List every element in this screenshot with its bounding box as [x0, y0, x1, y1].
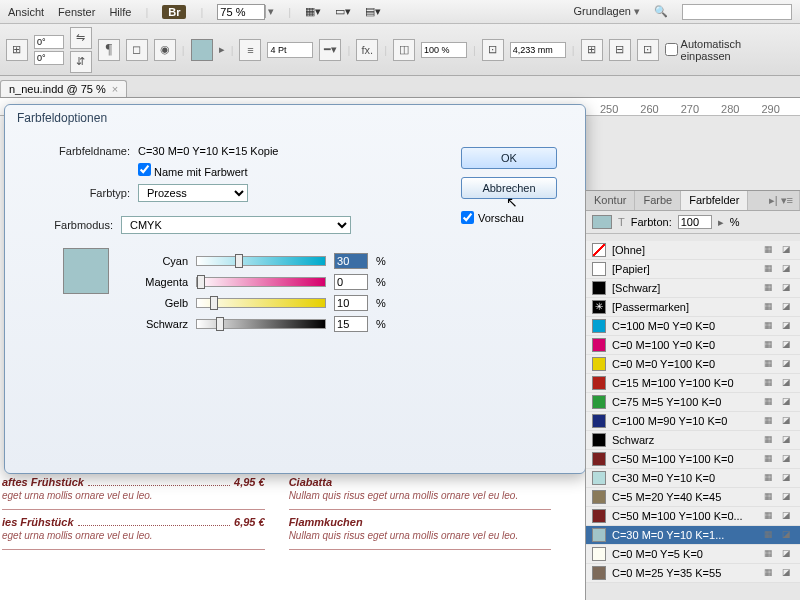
swatch-color — [592, 547, 606, 561]
view-options-icon[interactable]: ▦▾ — [305, 5, 321, 18]
frame-fit-icon[interactable]: ⊡ — [482, 39, 504, 61]
color-model-icon: ▦ — [764, 396, 776, 408]
swatch-name: [Passermarken] — [612, 301, 758, 313]
yellow-input[interactable] — [334, 295, 368, 311]
swatch-item[interactable]: C=75 M=5 Y=100 K=0▦◪ — [586, 393, 800, 412]
black-slider[interactable] — [196, 319, 326, 329]
effects-icon[interactable]: fx. — [356, 39, 378, 61]
stroke-style-icon[interactable]: ━▾ — [319, 39, 341, 61]
menu-fenster[interactable]: Fenster — [58, 6, 95, 18]
black-label: Schwarz — [130, 318, 188, 330]
swatch-item[interactable]: C=50 M=100 Y=100 K=0...▦◪ — [586, 507, 800, 526]
center-content-icon[interactable]: ⊡ — [637, 39, 659, 61]
cyan-input[interactable] — [334, 253, 368, 269]
color-model-icon: ▦ — [764, 244, 776, 256]
swatch-item[interactable]: C=50 M=100 Y=100 K=0▦◪ — [586, 450, 800, 469]
menu-hilfe[interactable]: Hilfe — [109, 6, 131, 18]
swatch-item[interactable]: C=0 M=0 Y=100 K=0▦◪ — [586, 355, 800, 374]
flip-h-icon[interactable]: ⇋ — [70, 27, 92, 49]
tab-farbfelder[interactable]: Farbfelder — [681, 191, 748, 210]
color-model-icon: ▦ — [764, 491, 776, 503]
auto-fit-checkbox[interactable]: Automatisch einpassen — [665, 38, 794, 62]
swatch-item[interactable]: [Schwarz]▦◪ — [586, 279, 800, 298]
swatch-color — [592, 281, 606, 295]
swatch-name: C=50 M=100 Y=100 K=0 — [612, 453, 758, 465]
swatch-name: C=15 M=100 Y=100 K=0 — [612, 377, 758, 389]
fill-swatch[interactable] — [191, 39, 213, 61]
text-fill-icon[interactable]: T — [618, 216, 625, 228]
swatch-item[interactable]: [Ohne]▦◪ — [586, 241, 800, 260]
swatch-item[interactable]: [Papier]▦◪ — [586, 260, 800, 279]
swatch-item[interactable]: C=100 M=0 Y=0 K=0▦◪ — [586, 317, 800, 336]
swatch-options-dialog: Farbfeldoptionen Farbfeldname:C=30 M=0 Y… — [4, 104, 586, 474]
cyan-slider[interactable] — [196, 256, 326, 266]
color-type-icon: ◪ — [782, 529, 794, 541]
swatch-item[interactable]: C=15 M=100 Y=100 K=0▦◪ — [586, 374, 800, 393]
yellow-label: Gelb — [130, 297, 188, 309]
swatch-color — [592, 452, 606, 466]
swatch-item[interactable]: C=0 M=0 Y=5 K=0▦◪ — [586, 545, 800, 564]
document-tab[interactable]: n_neu.indd @ 75 %× — [0, 80, 127, 97]
close-icon[interactable]: × — [112, 83, 118, 95]
preview-checkbox[interactable]: Vorschau — [461, 211, 557, 224]
tint-input[interactable] — [678, 215, 712, 229]
swatch-name: C=100 M=90 Y=10 K=0 — [612, 415, 758, 427]
color-mode-select[interactable]: CMYK — [121, 216, 351, 234]
color-model-icon: ▦ — [764, 358, 776, 370]
workspace-selector[interactable]: Grundlagen ▾ — [573, 5, 640, 18]
measurement-input[interactable] — [510, 42, 566, 58]
color-model-icon: ▦ — [764, 510, 776, 522]
color-type-icon: ◪ — [782, 567, 794, 579]
select-content-icon[interactable]: ◉ — [154, 39, 176, 61]
swatch-name: C=0 M=0 Y=5 K=0 — [612, 548, 758, 560]
zoom-input[interactable] — [217, 4, 265, 20]
swatch-item[interactable]: Schwarz▦◪ — [586, 431, 800, 450]
fit-frame-icon[interactable]: ⊟ — [609, 39, 631, 61]
swatch-item[interactable]: C=30 M=0 Y=10 K=0▦◪ — [586, 469, 800, 488]
ok-button[interactable]: OK — [461, 147, 557, 169]
magenta-input[interactable] — [334, 274, 368, 290]
swatch-item[interactable]: C=30 M=0 Y=10 K=1...▦◪ — [586, 526, 800, 545]
cancel-button[interactable]: Abbrechen — [461, 177, 557, 199]
bridge-icon[interactable]: Br — [162, 5, 186, 19]
search-input[interactable] — [682, 4, 792, 20]
arrange-icon[interactable]: ▤▾ — [365, 5, 381, 18]
fit-content-icon[interactable]: ⊞ — [581, 39, 603, 61]
ref-point-icon[interactable]: ⊞ — [6, 39, 28, 61]
yellow-slider[interactable] — [196, 298, 326, 308]
swatch-color — [592, 319, 606, 333]
swatch-name: C=50 M=100 Y=100 K=0... — [612, 510, 758, 522]
menu-ansicht[interactable]: Ansicht — [8, 6, 44, 18]
swatch-item[interactable]: C=0 M=25 Y=35 K=55▦◪ — [586, 564, 800, 583]
tint-swatch[interactable] — [592, 215, 612, 229]
rotate-input[interactable] — [34, 35, 64, 49]
flip-v-icon[interactable]: ⇵ — [70, 51, 92, 73]
stroke-weight-input[interactable] — [267, 42, 313, 58]
screen-mode-icon[interactable]: ▭▾ — [335, 5, 351, 18]
paragraph-icon[interactable]: ¶ — [98, 39, 120, 61]
swatch-item[interactable]: ✳[Passermarken]▦◪ — [586, 298, 800, 317]
magenta-slider[interactable] — [196, 277, 326, 287]
swatch-color — [592, 471, 606, 485]
color-model-icon: ▦ — [764, 472, 776, 484]
select-container-icon[interactable]: ◻ — [126, 39, 148, 61]
black-input[interactable] — [334, 316, 368, 332]
color-model-icon: ▦ — [764, 415, 776, 427]
swatch-item[interactable]: C=0 M=100 Y=0 K=0▦◪ — [586, 336, 800, 355]
swatch-item[interactable]: C=5 M=20 Y=40 K=45▦◪ — [586, 488, 800, 507]
color-type-icon: ◪ — [782, 453, 794, 465]
opacity-input[interactable] — [421, 42, 467, 58]
name-with-value-checkbox[interactable]: Name mit Farbwert — [138, 163, 248, 178]
shear-input[interactable] — [34, 51, 64, 65]
tab-farbe[interactable]: Farbe — [635, 191, 681, 210]
color-type-icon: ◪ — [782, 301, 794, 313]
chevron-down-icon[interactable]: ▾ — [265, 5, 274, 18]
swatch-name: Schwarz — [612, 434, 758, 446]
chevron-down-icon[interactable]: ▸ — [219, 43, 225, 56]
swatch-color — [592, 376, 606, 390]
tab-kontur[interactable]: Kontur — [586, 191, 635, 210]
panel-menu-icon[interactable]: ▸| ▾≡ — [763, 191, 800, 210]
swatch-item[interactable]: C=100 M=90 Y=10 K=0▦◪ — [586, 412, 800, 431]
swatch-color — [592, 509, 606, 523]
color-type-select[interactable]: Prozess — [138, 184, 248, 202]
